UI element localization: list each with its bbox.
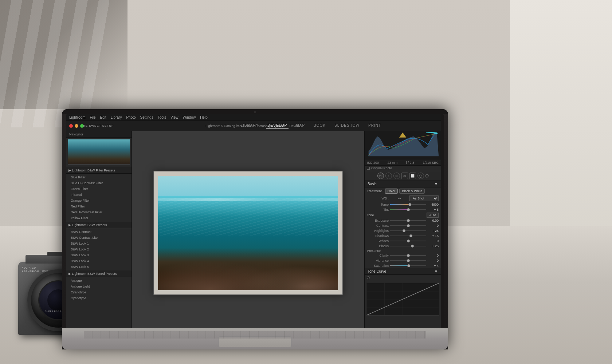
vibrance-thumb[interactable] (407, 259, 410, 262)
tint-thumb[interactable] (407, 208, 410, 211)
clarity-slider[interactable] (390, 254, 426, 257)
shadows-thumb[interactable] (409, 234, 412, 237)
preset-blue-filter[interactable]: Blue Filter (66, 174, 132, 180)
preset-group-header-bwpresets[interactable]: ▶ Lightroom B&W Presets (66, 222, 132, 228)
menu-item-photo[interactable]: Photo (126, 115, 136, 119)
menu-item-settings[interactable]: Settings (140, 115, 153, 119)
thumbnail-container (66, 138, 132, 166)
menu-item-library[interactable]: Library (111, 115, 122, 119)
bw-treatment-button[interactable]: Black & White (399, 189, 425, 194)
color-picker-tool[interactable] (425, 174, 429, 178)
preset-red-hi[interactable]: Red Hi-Contrast Filter (66, 209, 132, 215)
vibrance-slider[interactable] (390, 259, 426, 262)
saturation-slider[interactable] (390, 264, 426, 268)
highlights-thumb[interactable] (403, 229, 405, 232)
preset-group-header-bwfilter[interactable]: ▶ Lightroom B&W Filter Presets (66, 167, 132, 174)
tone-curve-mode-toggle[interactable] (367, 276, 370, 279)
preset-cyanotype[interactable]: Cyanotype (66, 289, 132, 295)
tab-map[interactable]: MAP (294, 123, 306, 129)
preset-yellow[interactable]: Yellow Filter (66, 215, 132, 221)
preset-bw-contrast-lite[interactable]: B&W Contrast Lite (66, 235, 132, 241)
preset-antique[interactable]: Antique (66, 278, 132, 284)
menu-item-lightroom[interactable]: Lightroom (69, 115, 85, 119)
preset-orange[interactable]: Orange Filter (66, 198, 132, 203)
crop-tool[interactable]: ✂ (377, 173, 384, 179)
whites-slider[interactable] (390, 239, 426, 243)
saturation-thumb[interactable] (407, 264, 410, 267)
tools-row: ✂ ○ ⊙ ▭ ⬜ ◯ (365, 171, 441, 181)
temp-thumb[interactable] (408, 203, 411, 206)
laptop-base (62, 328, 448, 349)
laptop: Lightroom File Edit Library Photo Settin… (62, 109, 448, 349)
whites-thumb[interactable] (407, 240, 410, 242)
tone-curve-graph[interactable] (366, 283, 439, 316)
radial-filter-tool[interactable]: ⬜ (409, 173, 416, 179)
preset-bw-look3[interactable]: B&W Look 3 (66, 252, 132, 258)
laptop-screen[interactable]: Lightroom File Edit Library Photo Settin… (66, 114, 444, 347)
redeye-tool[interactable]: ⊙ (393, 173, 400, 179)
wb-select[interactable]: As Shot Auto Daylight Cloudy Custom (409, 195, 439, 201)
auto-tone-button[interactable]: Auto (427, 213, 439, 218)
tint-slider[interactable] (390, 208, 426, 211)
temp-slider[interactable] (390, 203, 426, 206)
tab-slideshow[interactable]: SLIDESHOW (333, 123, 361, 129)
preset-bw-look5[interactable]: B&W Look 5 (66, 264, 132, 270)
menu-item-file[interactable]: File (90, 115, 95, 119)
exposure-label: Exposure (367, 219, 389, 222)
contrast-thumb[interactable] (407, 224, 410, 227)
color-treatment-button[interactable]: Color (385, 189, 398, 194)
tone-curve-header[interactable]: Tone Curve ▼ (365, 268, 441, 275)
clarity-row: Clarity 0 (365, 253, 441, 258)
module-tabs: LIBRARY DEVELOP MAP BOOK SLIDESHOW PRINT (239, 123, 382, 129)
clarity-thumb[interactable] (407, 254, 410, 257)
preset-red[interactable]: Red Filter (66, 203, 132, 209)
contrast-slider[interactable] (390, 224, 426, 228)
menu-item-tools[interactable]: Tools (158, 115, 166, 119)
graduated-filter-tool[interactable]: ▭ (401, 173, 408, 179)
preset-green[interactable]: Green Filter (66, 186, 132, 192)
tab-print[interactable]: PRINT (367, 123, 382, 129)
original-photo-row: Original Photo (365, 166, 441, 171)
blacks-label: Blacks (367, 244, 389, 248)
shadows-slider[interactable] (390, 234, 426, 238)
preset-bw-look4[interactable]: B&W Look 4 (66, 258, 132, 264)
menu-item-help[interactable]: Help (200, 115, 208, 119)
preset-group-header-bwtoned[interactable]: ▶ Lightroom B&W Toned Presets (66, 270, 132, 277)
exposure-thumb[interactable] (407, 219, 410, 222)
exif-shutter: 1/219 SEC (423, 161, 439, 165)
menu-item-view[interactable]: View (170, 115, 178, 119)
menu-item-edit[interactable]: Edit (100, 115, 106, 119)
preview-thumbnail[interactable] (68, 139, 130, 165)
shadows-row: Shadows + 15 (365, 233, 441, 238)
contrast-row: Contrast 0 (365, 223, 441, 228)
eyedropper-icon[interactable]: ✏ (397, 196, 401, 201)
basic-section-header[interactable]: Basic ▼ (365, 181, 441, 187)
main-photo[interactable] (153, 171, 343, 295)
navigator-header[interactable]: Navigator (66, 131, 132, 138)
preset-antique-light[interactable]: Antique Light (66, 284, 132, 289)
blacks-slider[interactable] (390, 244, 426, 248)
preset-infrared[interactable]: Infrared (66, 192, 132, 198)
contrast-value: 0 (428, 224, 439, 228)
tab-develop[interactable]: DEVELOP (266, 123, 289, 129)
preset-bw-look1[interactable]: B&W Look 1 (66, 241, 132, 246)
treatment-label: Treatment : (367, 189, 384, 193)
menu-item-window[interactable]: Window (183, 115, 196, 119)
tab-library[interactable]: LIBRARY (239, 123, 260, 129)
preset-cyanotype2[interactable]: Cyanotype (66, 295, 132, 301)
highlights-slider[interactable] (390, 229, 426, 233)
exposure-slider[interactable] (390, 219, 426, 222)
spot-removal-tool[interactable]: ○ (385, 173, 392, 179)
adjustment-brush-tool[interactable]: ◯ (417, 173, 424, 179)
menu-bar: Lightroom File Edit Library Photo Settin… (66, 114, 441, 121)
tab-book[interactable]: BOOK (312, 123, 327, 129)
wb-row: WB : ✏ As Shot Auto Daylight Cloudy Cust… (365, 195, 441, 202)
laptop-screen-outer: Lightroom File Edit Library Photo Settin… (62, 109, 448, 349)
minimize-button[interactable] (75, 124, 78, 128)
preset-blue-hi[interactable]: Blue Hi-Contrast Filter (66, 180, 132, 186)
close-button[interactable] (69, 124, 73, 128)
blacks-thumb[interactable] (411, 245, 414, 248)
preset-bw-contrast[interactable]: B&W Contrast (66, 229, 132, 235)
original-photo-checkbox[interactable] (367, 167, 370, 170)
preset-bw-look2[interactable]: B&W Look 2 (66, 246, 132, 252)
